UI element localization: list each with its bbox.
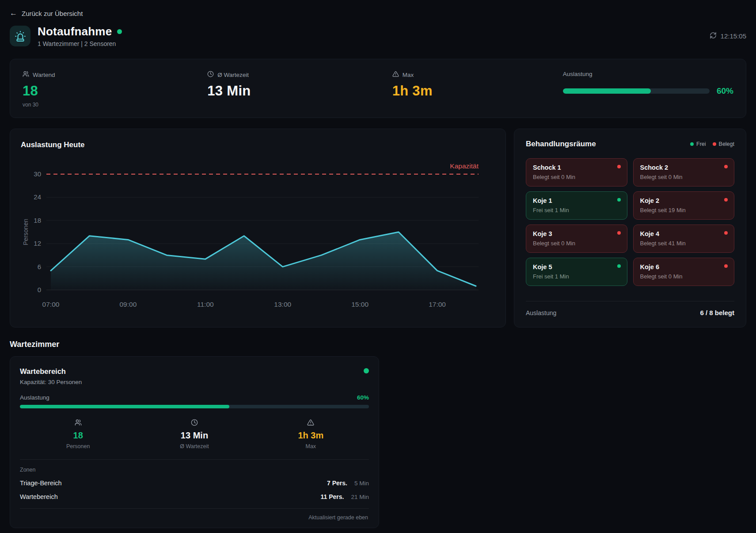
people-icon — [23, 71, 29, 79]
room-card-koje-5[interactable]: Koje 5 Frei seit 1 Min — [526, 258, 627, 286]
room-name: Koje 3 — [533, 230, 620, 237]
room-status: Belegt seit 19 Min — [640, 207, 728, 213]
svg-text:Kapazität: Kapazität — [450, 162, 479, 170]
room-card-koje-6[interactable]: Koje 6 Belegt seit 0 Min — [633, 258, 735, 286]
room-status: Belegt seit 41 Min — [640, 240, 728, 247]
wz-utilization-label: Auslastung — [20, 394, 49, 401]
legend-occupied-label: Belegt — [719, 141, 734, 147]
svg-text:15:00: 15:00 — [351, 301, 369, 308]
rooms-utilization-label: Auslastung — [526, 309, 556, 316]
rooms-utilization-value: 6 / 8 belegt — [700, 309, 734, 316]
wz-max-value: 1h 3m — [298, 430, 323, 441]
legend-occupied-dot — [713, 142, 716, 146]
utilization-chart: 0612182430Kapazität07:0009:0011:0013:001… — [21, 152, 495, 321]
wz-stat-max: 1h 3m Max — [253, 419, 369, 449]
wz-progressbar — [20, 405, 369, 408]
wz-max-label: Max — [306, 443, 316, 449]
stat-waiting-value: 18 — [23, 83, 207, 99]
stat-max: Max 1h 3m — [392, 71, 563, 108]
room-card-schock-1[interactable]: Schock 1 Belegt seit 0 Min — [526, 158, 627, 187]
warning-icon — [307, 419, 314, 428]
stat-waiting-label: Wartend — [33, 72, 55, 78]
page: ← Zurück zur Übersicht Notaufnahme 1 War… — [0, 0, 756, 533]
room-state-dot — [724, 165, 728, 168]
room-card-schock-2[interactable]: Schock 2 Belegt seit 0 Min — [633, 158, 735, 187]
refresh-icon[interactable] — [710, 32, 717, 40]
room-status: Belegt seit 0 Min — [640, 273, 728, 280]
svg-text:6: 6 — [38, 263, 41, 270]
stat-max-value: 1h 3m — [392, 83, 563, 99]
room-name: Schock 1 — [533, 164, 620, 171]
back-link[interactable]: ← Zurück zur Übersicht — [10, 9, 746, 18]
room-state-dot — [617, 198, 621, 202]
room-state-dot — [724, 231, 728, 235]
room-status: Belegt seit 0 Min — [533, 174, 620, 180]
svg-text:13:00: 13:00 — [274, 301, 291, 308]
wz-wait-value: 13 Min — [181, 430, 208, 441]
clock-icon — [207, 71, 214, 79]
svg-text:18: 18 — [34, 217, 41, 224]
waiting-area-card: Wartebereich Kapazität: 30 Personen Ausl… — [10, 356, 379, 528]
online-status-dot — [117, 29, 122, 34]
wz-progress-fill — [20, 405, 229, 408]
room-card-koje-1[interactable]: Koje 1 Frei seit 1 Min — [526, 191, 627, 220]
room-status: Frei seit 1 Min — [533, 207, 620, 213]
zone-name: Triage-Bereich — [20, 480, 62, 487]
stat-utilization: Auslastung 60% — [563, 71, 733, 108]
room-name: Koje 4 — [640, 230, 728, 237]
siren-icon — [10, 26, 30, 46]
wz-utilization-percent: 60% — [357, 394, 369, 401]
room-status: Frei seit 1 Min — [533, 273, 620, 280]
treatment-rooms-panel: Behandlungsräume Frei Belegt Schock 1 Be… — [514, 129, 746, 327]
room-status: Belegt seit 0 Min — [640, 174, 728, 180]
legend-free-label: Frei — [696, 141, 706, 147]
stat-avg-wait: Ø Wartezeit 13 Min — [207, 71, 392, 108]
waiting-area-status-dot — [364, 368, 369, 373]
room-state-dot — [617, 231, 621, 235]
zone-row-triage: Triage-Bereich 7 Pers. 5 Min — [20, 480, 369, 487]
room-card-koje-2[interactable]: Koje 2 Belegt seit 19 Min — [633, 191, 735, 220]
current-time: 12:15:05 — [721, 32, 746, 40]
room-name: Koje 1 — [533, 197, 620, 204]
rooms-title: Behandlungsräume — [526, 140, 596, 148]
back-link-label: Zurück zur Übersicht — [22, 10, 83, 17]
legend-free-dot — [690, 142, 694, 146]
svg-text:09:00: 09:00 — [120, 301, 137, 308]
utilization-percent: 60% — [717, 86, 733, 96]
waiting-rooms-section-title: Wartezimmer — [10, 340, 746, 349]
last-updated-text: Aktualisiert gerade eben — [20, 509, 369, 522]
header: Notaufnahme 1 Wartezimmer | 2 Sensoren 1… — [10, 25, 746, 47]
room-state-dot — [617, 264, 621, 268]
stat-waiting: Wartend 18 von 30 — [23, 71, 207, 108]
utilization-progress-fill — [563, 88, 651, 94]
waiting-area-capacity: Kapazität: 30 Personen — [20, 379, 82, 385]
room-state-dot — [724, 264, 728, 268]
zone-time: 21 Min — [351, 494, 369, 500]
rooms-grid: Schock 1 Belegt seit 0 Min Schock 2 Bele… — [526, 158, 734, 286]
zone-persons: 11 Pers. — [321, 493, 344, 500]
warning-icon — [392, 71, 399, 79]
zones-label: Zonen — [20, 467, 369, 473]
clock-icon — [191, 419, 198, 428]
stat-max-label: Max — [403, 72, 414, 78]
room-state-dot — [724, 198, 728, 202]
room-card-koje-4[interactable]: Koje 4 Belegt seit 41 Min — [633, 225, 735, 253]
svg-text:Personen: Personen — [22, 219, 29, 245]
wz-stat-persons: 18 Personen — [20, 419, 136, 449]
people-icon — [75, 419, 82, 428]
page-title: Notaufnahme — [38, 25, 112, 38]
zone-name: Wartebereich — [20, 493, 58, 500]
arrow-left-icon: ← — [10, 9, 17, 18]
wz-persons-label: Personen — [66, 443, 90, 449]
wz-persons-value: 18 — [73, 430, 83, 441]
room-name: Koje 2 — [640, 197, 728, 204]
room-status: Belegt seit 0 Min — [533, 240, 620, 247]
zone-time: 5 Min — [354, 480, 369, 487]
svg-text:07:00: 07:00 — [42, 301, 60, 308]
room-card-koje-3[interactable]: Koje 3 Belegt seit 0 Min — [526, 225, 627, 253]
stat-avg-wait-value: 13 Min — [207, 83, 392, 99]
zone-persons: 7 Pers. — [327, 480, 347, 487]
chart-title: Auslastung Heute — [21, 141, 495, 149]
zone-row-wartebereich: Wartebereich 11 Pers. 21 Min — [20, 493, 369, 500]
stat-waiting-sub: von 30 — [23, 102, 207, 108]
